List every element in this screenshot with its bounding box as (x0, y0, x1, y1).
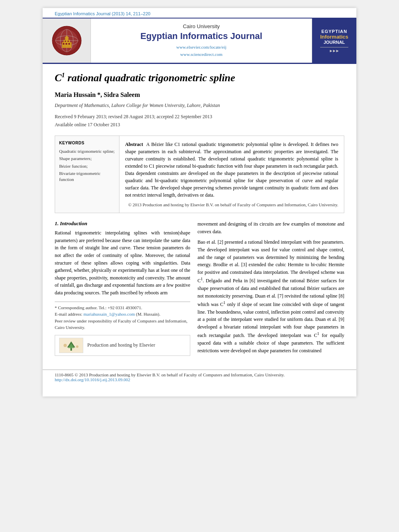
abstract-label: Abstract (125, 142, 143, 147)
footer-issn: 1110-8665 © 2013 Production and hosting … (55, 372, 344, 377)
svg-rect-8 (65, 38, 68, 41)
keywords-column: KEYWORDS Quadratic trigonometric spline;… (55, 136, 119, 213)
svg-rect-12 (68, 43, 70, 45)
keywords-abstract-box: KEYWORDS Quadratic trigonometric spline;… (55, 136, 344, 213)
body-columns: 1. Introduction Rational trigonometric i… (55, 220, 344, 357)
submission-dates: Received 9 February 2013; revised 28 Aug… (55, 113, 344, 129)
main-content: C1 rational quadratic trigonometric spli… (43, 64, 356, 362)
university-logo (43, 18, 91, 63)
keyword-3: Bézier function; (59, 163, 115, 169)
keywords-title: KEYWORDS (59, 141, 115, 145)
received-date: Received 9 February 2013; revised 28 Aug… (55, 113, 344, 121)
journal-title-area: Cairo University Egyptian Informatics Jo… (91, 18, 312, 63)
svg-point-20 (76, 345, 78, 348)
brand-line3: JOURNAL (320, 40, 348, 45)
journal-brand-logo: EGYPTIAN Informatics JOURNAL ▶ ▶ ▶ (312, 18, 356, 63)
page-footer: 1110-8665 © 2013 Production and hosting … (43, 370, 356, 384)
footnote-peer-review: Peer review under responsibility of Facu… (55, 318, 190, 331)
brand-line2: Informatics (320, 34, 348, 40)
elsevier-text: Production and hosting by Elsevier (87, 342, 155, 348)
title-rest: rational quadratic trigonometric spline (65, 72, 235, 84)
left-column: 1. Introduction Rational trigonometric i… (55, 220, 190, 357)
journal-citation: Egyptian Informatics Journal (2013) 14, … (43, 8, 356, 18)
footer-doi: http://dx.doi.org/10.1016/j.eij.2013.09.… (55, 377, 344, 382)
right-para2: Bao et al. [2] presented a rational blen… (197, 238, 344, 354)
journal-urls: www.elsevier.com/locate/eij www.scienced… (176, 44, 226, 58)
svg-point-19 (64, 344, 67, 347)
keyword-4: Bivariate trigonometric function (59, 170, 115, 183)
svg-rect-11 (66, 43, 67, 45)
svg-rect-10 (63, 43, 64, 45)
elsevier-logo (59, 338, 83, 353)
abstract-column: Abstract A Bézier like C1 rational quadr… (119, 136, 344, 213)
page: Egyptian Informatics Journal (2013) 14, … (43, 8, 356, 396)
right-column: movement and designing of its circuits a… (197, 220, 344, 357)
url1: www.elsevier.com/locate/eij (176, 44, 226, 51)
title-c: C (55, 72, 62, 84)
footnote-box: * Corresponding author. Tel.: +92 0331 4… (55, 302, 190, 331)
abstract-text: Abstract A Bézier like C1 rational quadr… (125, 141, 338, 199)
authors: Maria Hussain *, Sidra Saleem (55, 91, 344, 99)
available-date: Available online 17 October 2013 (55, 121, 344, 129)
abstract-copyright: © 2013 Production and hosting by Elsevie… (125, 202, 338, 208)
brand-line1: EGYPTIAN (320, 29, 348, 34)
university-name: Cairo University (183, 23, 220, 29)
right-para1: movement and designing of its circuits a… (197, 220, 344, 235)
paper-title: C1 rational quadratic trigonometric spli… (55, 71, 344, 85)
email-link[interactable]: mariahussain_1@yahoo.com (83, 312, 135, 316)
elsevier-row: Production and hosting by Elsevier (55, 335, 190, 356)
keyword-2: Shape parameters; (59, 156, 115, 162)
journal-header: Cairo University Egyptian Informatics Jo… (43, 18, 356, 64)
intro-para-left: Rational trigonometric interpolating spl… (55, 229, 190, 296)
intro-title: 1. Introduction (55, 220, 190, 227)
affiliation: Department of Mathematics, Lahore Colleg… (55, 103, 344, 109)
doi-link[interactable]: http://dx.doi.org/10.1016/j.eij.2013.09.… (55, 377, 130, 382)
footnote-email: E-mail address: mariahussain_1@yahoo.com… (55, 311, 190, 318)
journal-title: Egyptian Informatics Journal (140, 31, 262, 41)
footnote-star: * Corresponding author. Tel.: +92 0331 4… (55, 304, 190, 311)
keyword-1: Quadratic trigonometric spline; (59, 148, 115, 154)
url2: www.sciencedirect.com (176, 51, 226, 58)
svg-rect-13 (65, 41, 66, 42)
svg-rect-14 (68, 41, 69, 42)
